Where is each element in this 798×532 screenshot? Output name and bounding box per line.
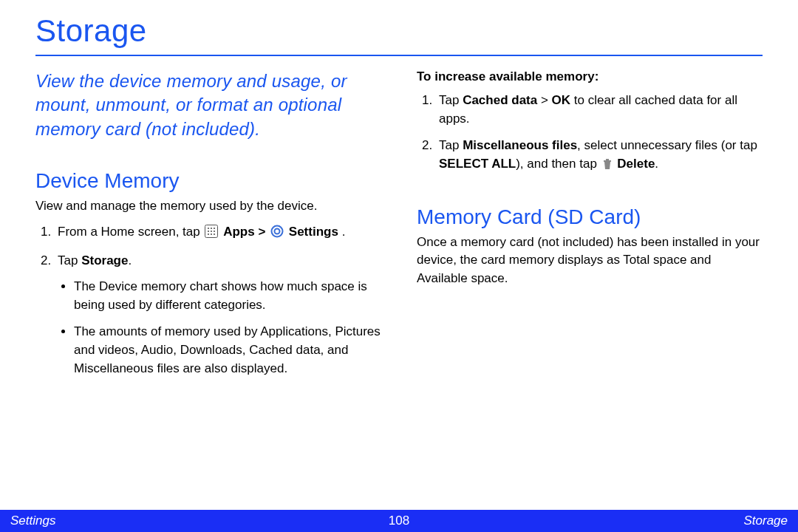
inc2-b1: Miscellaneous files	[463, 138, 577, 152]
step-1: From a Home screen, tap Apps >	[55, 223, 381, 244]
step2-prefix: Tap	[58, 253, 81, 267]
svg-point-11	[275, 228, 280, 233]
step2-suffix: .	[128, 253, 132, 267]
inc1-mid: >	[537, 93, 551, 107]
content-columns: View the device memory and usage, or mou…	[35, 69, 763, 386]
apps-grid-icon	[205, 225, 218, 244]
right-column: To increase available memory: Tap Cached…	[417, 69, 763, 386]
step1-apps: Apps	[223, 225, 255, 239]
trash-icon	[602, 157, 613, 176]
page-footer: Settings 108 Storage	[0, 510, 798, 532]
sd-card-heading: Memory Card (SD Card)	[417, 205, 763, 229]
svg-point-7	[208, 233, 209, 235]
footer-right: Storage	[743, 514, 788, 528]
inc1-b2: OK	[552, 93, 571, 107]
intro-text: View the device memory and usage, or mou…	[35, 69, 381, 141]
bullet-2: The amounts of memory used by Applicatio…	[74, 323, 381, 378]
step1-settings: Settings	[289, 225, 338, 239]
inc2-mid1: , select unnecessary files (or tap	[577, 138, 757, 152]
svg-point-1	[208, 228, 209, 229]
inc-step-2: Tap Miscellaneous files, select unnecess…	[436, 137, 763, 175]
sd-card-desc: Once a memory card (not included) has be…	[417, 233, 763, 288]
page-title: Storage	[35, 13, 763, 49]
inc2-suffix: .	[655, 157, 658, 171]
step1-prefix: From a Home screen, tap	[58, 225, 203, 239]
inc2-b2: SELECT ALL	[439, 157, 516, 171]
device-memory-heading: Device Memory	[35, 169, 381, 193]
inc-step-1: Tap Cached data > OK to clear all cached…	[436, 92, 763, 128]
title-divider	[35, 55, 763, 56]
step1-suffix: .	[342, 225, 346, 239]
increase-memory-steps: Tap Cached data > OK to clear all cached…	[417, 92, 763, 176]
inc2-mid2: ), and then tap	[516, 157, 600, 171]
step2-bullets: The Device memory chart shows how much s…	[58, 278, 381, 378]
svg-rect-13	[606, 159, 609, 160]
svg-point-3	[214, 228, 215, 229]
device-memory-desc: View and manage the memory used by the d…	[35, 197, 381, 216]
step1-sep: >	[258, 225, 269, 239]
svg-point-2	[211, 228, 212, 229]
footer-page-number: 108	[389, 514, 409, 528]
increase-memory-heading: To increase available memory:	[417, 69, 763, 84]
svg-point-4	[208, 231, 209, 232]
settings-gear-icon	[270, 225, 284, 244]
step2-bold: Storage	[81, 253, 128, 267]
device-memory-steps: From a Home screen, tap Apps >	[35, 223, 381, 378]
inc2-b3: Delete	[617, 157, 655, 171]
step-2: Tap Storage. The Device memory chart sho…	[55, 252, 381, 378]
svg-rect-12	[604, 160, 611, 162]
footer-left: Settings	[10, 514, 55, 528]
svg-point-8	[211, 233, 212, 235]
inc1-b1: Cached data	[463, 93, 537, 107]
svg-point-6	[214, 231, 215, 232]
svg-point-5	[211, 231, 212, 232]
left-column: View the device memory and usage, or mou…	[35, 69, 381, 386]
bullet-1: The Device memory chart shows how much s…	[74, 278, 381, 314]
svg-point-10	[272, 225, 283, 236]
inc1-prefix: Tap	[439, 93, 463, 107]
svg-point-9	[214, 233, 215, 235]
inc2-prefix: Tap	[439, 138, 463, 152]
